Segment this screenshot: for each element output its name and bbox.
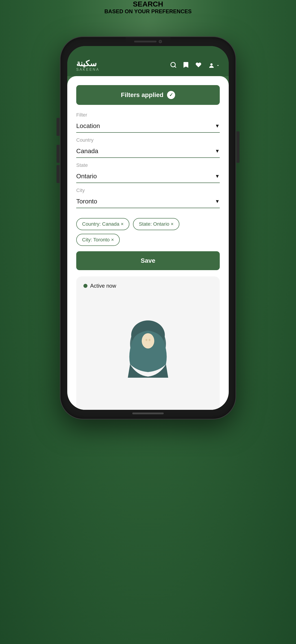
hero-title: SEARCH <box>133 0 163 8</box>
account-icon[interactable] <box>208 62 220 69</box>
state-dropdown[interactable]: Ontario ▼ <box>76 170 220 183</box>
hero-subtitle: BASED ON YOUR PREFERENCES <box>105 8 192 14</box>
app-header: سكينة SAKEENA <box>67 46 229 76</box>
city-label: City <box>76 188 220 193</box>
svg-point-7 <box>142 333 154 348</box>
filter-tags-row: Country: Canada × State: Ontario × City:… <box>76 218 220 246</box>
svg-point-9 <box>149 339 150 341</box>
home-indicator <box>132 412 164 414</box>
city-chevron-icon: ▼ <box>215 198 220 204</box>
city-value: Toronto <box>76 198 97 205</box>
app-content: Filters applied ✓ Filter Location ▼ Coun… <box>67 76 229 410</box>
save-button[interactable]: Save <box>76 251 220 270</box>
filters-applied-label: Filters applied <box>121 92 163 98</box>
header-icons <box>170 62 220 70</box>
logo-arabic: سكينة <box>76 60 97 68</box>
filter-label: Filter <box>76 112 220 118</box>
notch-camera <box>159 40 162 43</box>
active-status: Active now <box>83 283 213 289</box>
filter-country-section: Country Canada ▼ <box>76 137 220 158</box>
location-value: Location <box>76 122 100 130</box>
location-chevron-icon: ▼ <box>215 123 220 129</box>
avatar-area <box>83 294 213 404</box>
svg-point-8 <box>146 339 147 341</box>
filters-applied-button[interactable]: Filters applied ✓ <box>76 85 220 105</box>
avatar <box>117 319 179 378</box>
search-icon[interactable] <box>170 62 177 70</box>
filter-location-section: Filter Location ▼ <box>76 112 220 133</box>
state-value: Ontario <box>76 173 97 180</box>
active-label: Active now <box>90 283 116 289</box>
active-card: Active now <box>76 276 220 410</box>
phone-screen: سكينة SAKEENA <box>67 46 229 410</box>
tag-country[interactable]: Country: Canada × <box>76 218 129 230</box>
svg-point-2 <box>210 63 213 66</box>
phone-mockup: سكينة SAKEENA <box>61 37 235 419</box>
country-dropdown[interactable]: Canada ▼ <box>76 145 220 158</box>
phone-notch <box>126 37 170 46</box>
heart-icon[interactable] <box>195 62 202 70</box>
notch-bar <box>134 41 156 42</box>
state-chevron-icon: ▼ <box>215 173 220 179</box>
tag-city[interactable]: City: Toronto × <box>76 234 120 246</box>
filters-checkmark-icon: ✓ <box>167 91 175 99</box>
svg-line-1 <box>175 66 176 67</box>
state-label: State <box>76 162 220 168</box>
tag-state[interactable]: State: Ontario × <box>133 218 179 230</box>
country-value: Canada <box>76 148 98 155</box>
filter-city-section: City Toronto ▼ <box>76 188 220 208</box>
active-dot-icon <box>83 284 87 288</box>
logo-latin: SAKEENA <box>76 68 100 72</box>
city-dropdown[interactable]: Toronto ▼ <box>76 196 220 208</box>
app-logo: سكينة SAKEENA <box>76 60 100 72</box>
bookmark-icon[interactable] <box>183 62 189 70</box>
location-dropdown[interactable]: Location ▼ <box>76 120 220 133</box>
country-label: Country <box>76 137 220 143</box>
filter-state-section: State Ontario ▼ <box>76 162 220 183</box>
country-chevron-icon: ▼ <box>215 148 220 154</box>
